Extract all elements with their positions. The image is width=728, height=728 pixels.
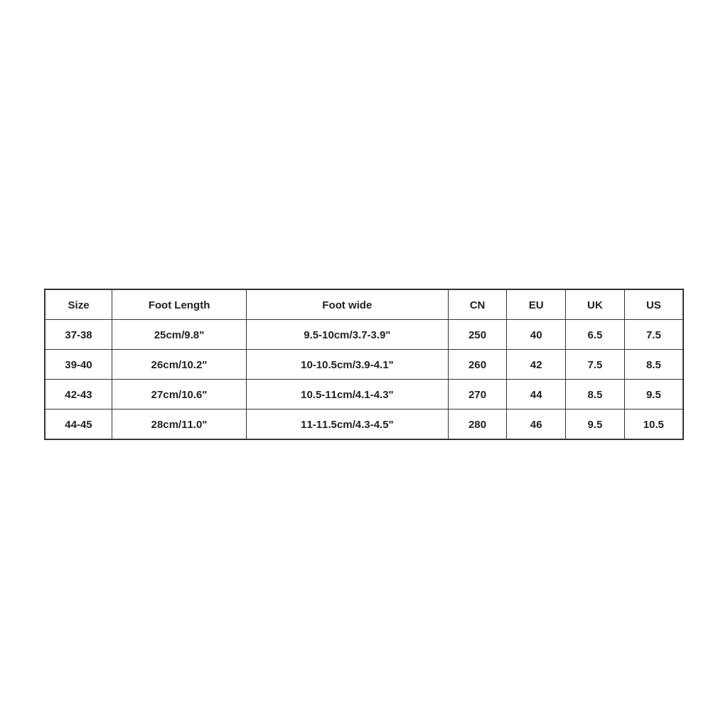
- size-chart-table: Size Foot Length Foot wide CN EU UK US 3…: [44, 289, 684, 440]
- cell-size: 44-45: [45, 409, 112, 439]
- header-uk: UK: [566, 289, 625, 320]
- table-row: 37-3825cm/9.8"9.5-10cm/3.7-3.9"250406.57…: [45, 319, 683, 349]
- cell-foot-length: 25cm/9.8": [112, 319, 247, 349]
- header-foot-length: Foot Length: [112, 289, 247, 320]
- cell-cn: 280: [448, 409, 507, 439]
- cell-foot-wide: 10.5-11cm/4.1-4.3": [247, 379, 449, 409]
- cell-foot-wide: 10-10.5cm/3.9-4.1": [247, 349, 449, 379]
- cell-uk: 9.5: [566, 409, 625, 439]
- cell-cn: 260: [448, 349, 507, 379]
- cell-cn: 270: [448, 379, 507, 409]
- cell-eu: 40: [507, 319, 566, 349]
- cell-us: 8.5: [624, 349, 683, 379]
- header-foot-wide: Foot wide: [247, 289, 449, 320]
- cell-size: 37-38: [45, 319, 112, 349]
- cell-us: 7.5: [624, 319, 683, 349]
- page-container: Size Foot Length Foot wide CN EU UK US 3…: [0, 0, 728, 728]
- header-size: Size: [45, 289, 112, 320]
- header-cn: CN: [448, 289, 507, 320]
- table-row: 44-4528cm/11.0"11-11.5cm/4.3-4.5"280469.…: [45, 409, 683, 439]
- cell-size: 39-40: [45, 349, 112, 379]
- cell-uk: 8.5: [566, 379, 625, 409]
- table-wrapper: Size Foot Length Foot wide CN EU UK US 3…: [44, 289, 684, 440]
- cell-foot-length: 28cm/11.0": [112, 409, 247, 439]
- cell-eu: 44: [507, 379, 566, 409]
- header-eu: EU: [507, 289, 566, 320]
- cell-foot-wide: 11-11.5cm/4.3-4.5": [247, 409, 449, 439]
- table-row: 39-4026cm/10.2"10-10.5cm/3.9-4.1"260427.…: [45, 349, 683, 379]
- cell-foot-length: 26cm/10.2": [112, 349, 247, 379]
- cell-eu: 42: [507, 349, 566, 379]
- cell-uk: 7.5: [566, 349, 625, 379]
- table-row: 42-4327cm/10.6"10.5-11cm/4.1-4.3"270448.…: [45, 379, 683, 409]
- cell-us: 9.5: [624, 379, 683, 409]
- cell-us: 10.5: [624, 409, 683, 439]
- cell-size: 42-43: [45, 379, 112, 409]
- table-header-row: Size Foot Length Foot wide CN EU UK US: [45, 289, 683, 320]
- cell-cn: 250: [448, 319, 507, 349]
- cell-uk: 6.5: [566, 319, 625, 349]
- header-us: US: [624, 289, 683, 320]
- cell-foot-wide: 9.5-10cm/3.7-3.9": [247, 319, 449, 349]
- cell-eu: 46: [507, 409, 566, 439]
- cell-foot-length: 27cm/10.6": [112, 379, 247, 409]
